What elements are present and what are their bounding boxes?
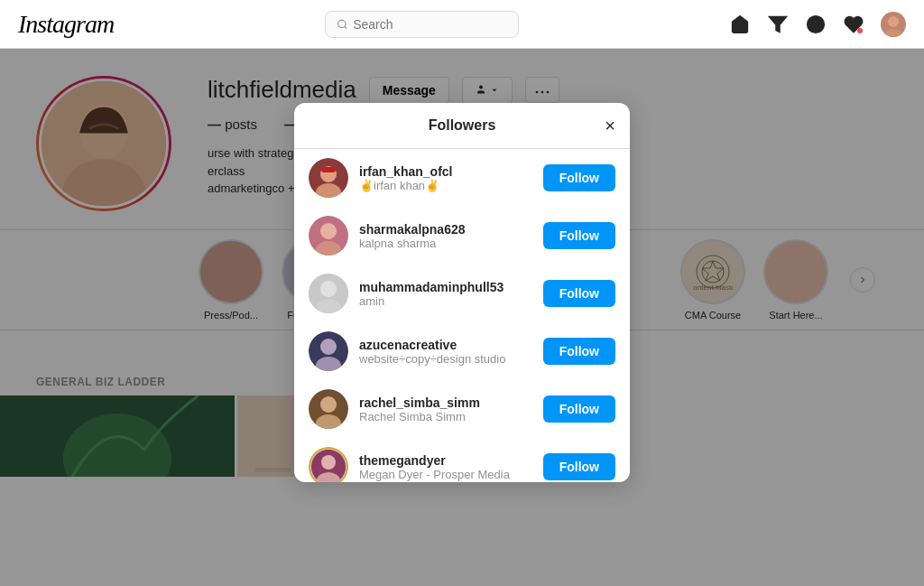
activity-icon[interactable] — [767, 14, 789, 35]
svg-point-0 — [337, 20, 345, 27]
follower-username: themegandyer — [359, 453, 532, 468]
follower-item: themegandyer Megan Dyer - Prosper Media … — [294, 438, 630, 482]
follower-avatar[interactable] — [309, 158, 348, 198]
follower-info: rachel_simba_simm Rachel Simba Simm — [359, 395, 532, 423]
svg-point-6 — [884, 29, 902, 37]
follower-info: themegandyer Megan Dyer - Prosper Media — [359, 453, 532, 481]
svg-rect-34 — [321, 167, 336, 172]
follower-item: azucenacreative website÷copy÷design stud… — [294, 322, 630, 380]
follower-name: website÷copy÷design studio — [359, 352, 532, 366]
follow-button[interactable]: Follow — [543, 453, 615, 480]
search-bar[interactable] — [325, 11, 519, 38]
notification-dot — [857, 28, 863, 33]
svg-point-49 — [321, 455, 336, 470]
follower-info: azucenacreative website÷copy÷design stud… — [359, 338, 532, 366]
heart-icon[interactable] — [843, 14, 864, 35]
modal-overlay: Followers × irfan_khan_ofcl ✌️irfan khan… — [0, 49, 924, 586]
svg-point-5 — [888, 16, 899, 27]
svg-point-45 — [320, 396, 337, 413]
follower-username: rachel_simba_simm — [359, 395, 532, 410]
follower-item: rachel_simba_simm Rachel Simba Simm Foll… — [294, 380, 630, 438]
follower-item: muhammadaminphull53 amin Follow — [294, 265, 630, 322]
modal-header: Followers × — [294, 103, 630, 149]
follow-button[interactable]: Follow — [543, 280, 615, 307]
modal-title: Followers — [429, 117, 496, 134]
follower-info: sharmakalpna628 kalpna sharma — [359, 222, 532, 250]
follower-name: ✌️irfan khan✌️ — [359, 179, 532, 192]
profile-avatar-nav[interactable] — [881, 12, 906, 37]
svg-point-42 — [320, 339, 337, 355]
follower-info: muhammadaminphull53 amin — [359, 280, 532, 308]
modal-body: irfan_khan_ofcl ✌️irfan khan✌️ Follow sh… — [294, 149, 630, 482]
instagram-logo: Instagram — [18, 10, 114, 39]
follow-button[interactable]: Follow — [543, 164, 615, 191]
svg-point-36 — [320, 223, 337, 239]
svg-point-39 — [320, 281, 337, 297]
follow-button[interactable]: Follow — [543, 338, 615, 365]
follower-avatar[interactable] — [309, 274, 348, 313]
search-input[interactable] — [353, 17, 506, 32]
follower-item: irfan_khan_ofcl ✌️irfan khan✌️ Follow — [294, 149, 630, 207]
search-icon — [337, 18, 348, 31]
svg-marker-2 — [770, 16, 786, 32]
follow-button[interactable]: Follow — [543, 222, 615, 249]
follower-item: sharmakalpna628 kalpna sharma Follow — [294, 207, 630, 265]
follower-username: sharmakalpna628 — [359, 222, 532, 237]
follower-username: azucenacreative — [359, 338, 532, 352]
navbar: Instagram — [0, 0, 924, 49]
follower-avatar[interactable] — [309, 331, 348, 371]
follower-avatar[interactable] — [309, 389, 348, 429]
nav-icons — [729, 12, 906, 37]
explore-icon[interactable] — [805, 14, 827, 35]
home-icon[interactable] — [729, 14, 751, 35]
modal-close-button[interactable]: × — [605, 116, 615, 135]
follower-username: irfan_khan_ofcl — [359, 164, 532, 179]
follower-info: irfan_khan_ofcl ✌️irfan khan✌️ — [359, 164, 532, 192]
follower-name: amin — [359, 294, 532, 308]
follower-username: muhammadaminphull53 — [359, 280, 532, 294]
follow-button[interactable]: Follow — [543, 395, 615, 423]
follower-avatar[interactable] — [309, 447, 348, 482]
followers-modal: Followers × irfan_khan_ofcl ✌️irfan khan… — [294, 103, 630, 482]
follower-name: kalpna sharma — [359, 237, 532, 250]
follower-name: Rachel Simba Simm — [359, 410, 532, 423]
follower-avatar[interactable] — [309, 216, 348, 256]
follower-name: Megan Dyer - Prosper Media — [359, 468, 532, 481]
svg-line-1 — [344, 26, 346, 28]
